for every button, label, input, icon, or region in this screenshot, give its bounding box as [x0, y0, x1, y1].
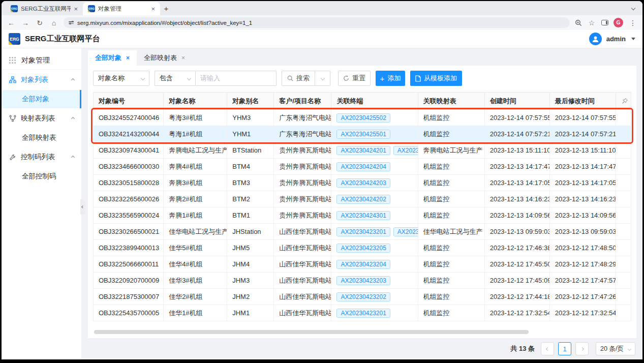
- cell: 2023-12-12 17:45:50: [484, 256, 549, 273]
- cell: 2023-12-12 17:44:18: [484, 289, 549, 305]
- table-row[interactable]: OBJ3245527400046粤海3#机组YHM3广东粤海沼气电站AX2023…: [94, 110, 631, 126]
- input-placeholder: 请输入: [200, 74, 220, 83]
- search-dropdown-button[interactable]: [315, 71, 330, 86]
- column-header: 最后修改时间: [549, 93, 616, 110]
- scrollbar-thumb[interactable]: [94, 330, 529, 334]
- cell: [616, 126, 631, 142]
- page-size-select[interactable]: 20 条/页: [596, 342, 635, 355]
- reset-button[interactable]: 重置: [338, 71, 371, 86]
- sidebar: 对象管理 对象列表 全部对象 映射表列表 全部映射表: [2, 48, 81, 359]
- next-page-button[interactable]: [575, 342, 589, 355]
- sidebar-collapse-handle[interactable]: [80, 199, 85, 215]
- table-row[interactable]: OBJ3242143200044粤海1#机组YHM1广东粤海沼气电站AX2023…: [94, 126, 631, 142]
- close-icon[interactable]: ×: [74, 6, 78, 12]
- cell: 2023-12-13 09:59:03: [484, 224, 549, 240]
- operator-select[interactable]: 包含: [155, 71, 195, 86]
- cell: 佳华4#机组: [164, 256, 227, 273]
- page-number-button[interactable]: 1: [558, 342, 571, 355]
- close-icon[interactable]: ×: [181, 54, 185, 62]
- tab-search-button[interactable]: [628, 4, 638, 13]
- new-tab-button[interactable]: +: [160, 2, 172, 14]
- table-row[interactable]: OBJ3230515800028奔腾3#机组BTM3贵州奔腾瓦斯电站AX2023…: [94, 175, 631, 191]
- terminal-tag[interactable]: AX20230425502: [336, 113, 390, 123]
- table-row[interactable]: OBJ3232265600026奔腾2#机组BTM2贵州奔腾瓦斯电站AX2023…: [94, 191, 631, 207]
- terminal-tag[interactable]: AX20230423204: [336, 260, 390, 269]
- terminal-cell: AX20230425501: [331, 126, 418, 142]
- search-button[interactable]: 搜索: [282, 71, 315, 86]
- close-icon[interactable]: ×: [151, 6, 155, 12]
- terminal-tag[interactable]: AX202304: [393, 227, 418, 236]
- table-row[interactable]: OBJ3235565900024奔腾1#机组BTM1贵州奔腾瓦斯电站AX2023…: [94, 207, 631, 224]
- browser-profile-avatar[interactable]: G: [614, 18, 623, 27]
- terminal-tag[interactable]: AX20230423205: [336, 244, 390, 253]
- table-row[interactable]: OBJ3225066600011佳华4#机组JHM4山西佳华瓦斯电站AX2023…: [94, 256, 631, 273]
- cell: 2023-12-12 17:46:38: [484, 240, 549, 256]
- site-settings-icon[interactable]: [69, 21, 74, 24]
- table-row[interactable]: OBJ3220920700009佳华3#机组JHM3山西佳华瓦斯电站AX2023…: [94, 273, 631, 289]
- cell: 贵州奔腾瓦斯电站: [274, 159, 331, 175]
- zoom-icon[interactable]: [575, 19, 582, 26]
- terminal-tag[interactable]: AX20230424301: [336, 211, 390, 220]
- search-input[interactable]: 请输入: [195, 71, 277, 86]
- cell: OBJ3242143200044: [94, 126, 164, 142]
- sidebar-item-all-objects[interactable]: 全部对象: [2, 90, 81, 108]
- home-button[interactable]: ⌂: [49, 19, 58, 27]
- terminal-tag[interactable]: AX202304: [393, 146, 418, 155]
- chevron-left-icon: [545, 347, 549, 350]
- horizontal-scrollbar[interactable]: [94, 330, 630, 334]
- table-row[interactable]: OBJ3223899400013佳华5#机组JHM5山西佳华瓦斯电站AX2023…: [94, 240, 631, 256]
- cell: JHM2: [227, 289, 274, 305]
- terminal-tag[interactable]: AX20230423202: [336, 292, 390, 301]
- chevron-right-icon: [580, 347, 584, 350]
- url-input[interactable]: serg.mixyun.com/mixapplication/#/object/…: [64, 17, 570, 28]
- terminal-tag[interactable]: AX20230425501: [336, 130, 390, 139]
- user-menu[interactable]: admin: [606, 35, 626, 43]
- pin-column-header[interactable]: [616, 93, 631, 110]
- user-avatar[interactable]: [589, 33, 602, 45]
- side-panel-icon[interactable]: [601, 20, 608, 25]
- cell: 奔腾电站工况与生产: [164, 142, 227, 159]
- sidebar-root-object-management[interactable]: 对象管理: [2, 51, 81, 70]
- table-row[interactable]: OBJ3234666000030奔腾4#机组BTM4贵州奔腾瓦斯电站AX2023…: [94, 159, 631, 175]
- terminal-tag[interactable]: AX20230423203: [336, 276, 390, 285]
- sidebar-item-all-control-codes[interactable]: 全部控制码: [2, 167, 81, 186]
- add-button[interactable]: + 添加: [376, 71, 405, 86]
- cell: 山西佳华瓦斯电站: [274, 256, 331, 273]
- reload-button[interactable]: ↻: [35, 19, 44, 27]
- sidebar-group-control-code-list[interactable]: 控制码列表: [2, 147, 81, 167]
- terminal-cell: AX20230423205: [331, 240, 418, 256]
- tab-all-mappings[interactable]: 全部映射表 ×: [137, 50, 192, 66]
- tab-all-objects[interactable]: 全部对象 ×: [88, 50, 137, 66]
- table-row[interactable]: OBJ3221875300007佳华2#机组JHM2山西佳华瓦斯电站AX2023…: [94, 289, 631, 305]
- table-row[interactable]: OBJ3225435700005佳华1#机组JHM1山西佳华瓦斯电站AX2023…: [94, 305, 631, 321]
- browser-tab-2[interactable]: ERG 对象管理 ×: [83, 2, 160, 15]
- browser-tab-1[interactable]: ERG SERG工业互联网平台 ×: [6, 2, 83, 15]
- table-row[interactable]: OBJ3230974300041奔腾电站工况与生产BTStation贵州奔腾瓦斯…: [94, 142, 631, 159]
- sidebar-group-mapping-list[interactable]: 映射表列表: [2, 108, 81, 129]
- cell: OBJ3223899400013: [94, 240, 164, 256]
- table-row[interactable]: OBJ3230266500021佳华电站工况与生产JHStation山西佳华瓦斯…: [94, 224, 631, 240]
- forward-button[interactable]: →: [21, 19, 30, 27]
- terminal-tag[interactable]: AX20230424201: [336, 146, 390, 155]
- terminal-tag[interactable]: AX20230424204: [336, 162, 390, 171]
- cell: 奔腾电站工况与生产: [418, 142, 484, 159]
- field-select[interactable]: 对象名称: [93, 71, 149, 86]
- terminal-tag[interactable]: AX20230423201: [336, 309, 390, 318]
- browser-menu-icon[interactable]: ⋮: [628, 19, 637, 27]
- terminal-tag[interactable]: AX20230424203: [336, 178, 390, 188]
- cell: 2023-12-13 14:17:47: [549, 159, 616, 175]
- sidebar-item-all-mappings[interactable]: 全部映射表: [2, 129, 81, 147]
- sidebar-group-object-list[interactable]: 对象列表: [2, 70, 81, 90]
- bookmark-star-icon[interactable]: ☆: [587, 19, 596, 27]
- add-from-template-button[interactable]: 从模板添加: [410, 71, 462, 86]
- close-icon[interactable]: ×: [126, 54, 130, 62]
- cell: 山西佳华瓦斯电站: [274, 273, 331, 289]
- cell: [616, 273, 631, 289]
- tab-label: 全部对象: [95, 53, 121, 63]
- back-button[interactable]: ←: [7, 19, 16, 27]
- cell: 2023-12-14 07:57:21: [549, 126, 616, 142]
- prev-page-button[interactable]: [541, 342, 554, 355]
- terminal-tag[interactable]: AX20230423201: [336, 227, 390, 236]
- reset-button-label: 重置: [352, 74, 365, 83]
- terminal-tag[interactable]: AX20230424202: [336, 195, 390, 204]
